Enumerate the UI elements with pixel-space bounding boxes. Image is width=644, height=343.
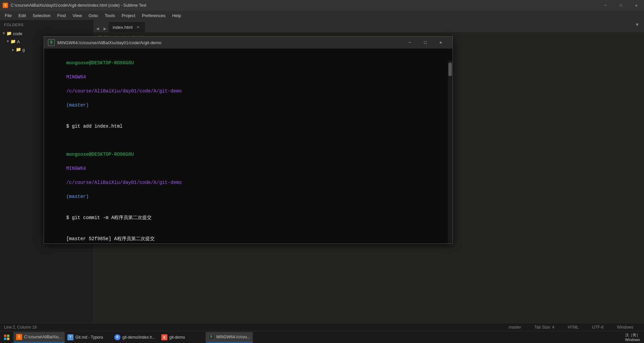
terminal-maximize-btn[interactable]: □: [418, 37, 433, 48]
taskbar-app-sublime[interactable]: S C:\course\AliBaiXiu...: [13, 332, 65, 343]
mingw-icon: $: [48, 39, 55, 46]
terminal-titlebar: $ MINGW64:/c/course/AliBaiXiu/day01/code…: [44, 37, 452, 49]
close-button[interactable]: ✕: [629, 0, 644, 11]
sidebar-header: FOLDERS: [0, 20, 94, 29]
status-line-endings: Windows: [617, 325, 633, 330]
fold-arrow-code: ▼: [3, 31, 5, 36]
sublime-icon: S: [3, 3, 8, 8]
window-controls: − □ ✕: [598, 0, 644, 11]
menu-view[interactable]: View: [69, 12, 85, 19]
terminal-blank-1: [49, 137, 447, 144]
menu-selection[interactable]: Selection: [29, 12, 54, 19]
taskbar-label-typora: Git.md - Typora: [75, 335, 103, 340]
taskbar-app-typora[interactable]: T Git.md - Typora: [65, 332, 112, 343]
menu-find[interactable]: Find: [54, 12, 69, 19]
win-logo-blue: [4, 338, 6, 340]
tab-label-index-html: index.html: [113, 25, 132, 30]
taskbar-label-git: git-demo: [169, 335, 185, 340]
windows-logo: [4, 335, 9, 340]
fold-arrow-a: ▼: [7, 40, 9, 44]
terminal-line-3: mongoose@DESKTOP-RO96G8U MINGW64 /c/cour…: [49, 144, 447, 207]
tab-index-html[interactable]: index.html ✕: [109, 22, 145, 32]
terminal-prompt-branch-2: (master): [66, 194, 89, 199]
taskbar: S C:\course\AliBaiXiu... T Git.md - Typo…: [0, 331, 644, 343]
terminal-prompt-path-2: /c/course/AliBaiXiu/day01/code/A/git-dem…: [66, 180, 181, 185]
minimize-button[interactable]: −: [598, 0, 613, 11]
terminal-scrollbar[interactable]: [448, 61, 452, 244]
menu-help[interactable]: Help: [169, 12, 184, 19]
folder-label-g: g: [22, 47, 25, 52]
taskbar-time: 汉［简］ Windows: [625, 333, 643, 342]
win-logo-yellow: [7, 338, 9, 340]
terminal-prompt-user-1: mongoose@DESKTOP-RO96G8U: [66, 60, 134, 66]
terminal-output-1: [master 52f985e] A程序员第二次提交: [66, 236, 154, 242]
taskbar-label-bash: MINGW64:/c/cou...: [216, 335, 250, 339]
terminal-line-4: $ git commit -m A程序员第二次提交: [49, 207, 447, 228]
folder-icon-code: 📁: [6, 31, 12, 36]
fold-arrow-g: ▶: [12, 48, 14, 52]
tab-close-index-html[interactable]: ✕: [135, 24, 141, 30]
taskbar-icon-chrome: G: [114, 334, 120, 340]
maximize-button[interactable]: □: [613, 0, 629, 11]
menu-file[interactable]: File: [1, 12, 15, 19]
taskbar-icon-typora: T: [67, 334, 73, 340]
start-button[interactable]: [1, 332, 12, 343]
statusbar: Line 2, Column 18 master Tab Size: 4 HTM…: [0, 323, 644, 331]
terminal-close-btn[interactable]: ✕: [433, 37, 448, 48]
tabbar: ◀ ▶ index.html ✕ ▼: [94, 20, 644, 32]
status-branch: master: [509, 325, 521, 330]
status-position: Line 2, Column 18: [4, 325, 37, 330]
taskbar-icon-sublime: S: [16, 334, 22, 340]
taskbar-icon-git: g: [161, 334, 167, 340]
terminal-title: MINGW64:/c/course/AliBaiXiu/day01/code/A…: [57, 40, 402, 45]
taskbar-icon-bash: $: [208, 334, 214, 340]
terminal-cmd-1: $ git add index.html: [66, 124, 122, 129]
folder-icon-g: 📁: [16, 47, 21, 52]
terminal-cmd-2: $ git commit -m A程序员第二次提交: [66, 215, 152, 220]
terminal-line-2: $ git add index.html: [49, 116, 447, 137]
sublime-titlebar: S C:\course\AliBaiXiu\day01\code\A\git-d…: [0, 0, 644, 11]
terminal-window-controls: − □ ✕: [402, 37, 448, 48]
terminal-line-5: [master 52f985e] A程序员第二次提交: [49, 228, 447, 244]
menu-tools[interactable]: Tools: [101, 12, 118, 19]
terminal-prompt-user-2: mongoose@DESKTOP-RO96G8U: [66, 152, 134, 157]
terminal-scrollbar-thumb[interactable]: [448, 63, 452, 76]
menu-goto[interactable]: Goto: [85, 12, 101, 19]
folder-icon-a: 📁: [10, 39, 16, 44]
tab-nav-forward[interactable]: ▶: [101, 25, 109, 32]
taskbar-app-git[interactable]: g git-demo: [159, 332, 206, 343]
taskbar-label-chrome: git-demo/index.h...: [122, 335, 156, 340]
terminal-minimize-btn[interactable]: −: [402, 37, 418, 48]
taskbar-app-chrome[interactable]: G git-demo/index.h...: [112, 332, 159, 343]
taskbar-label-sublime: C:\course\AliBaiXiu...: [24, 335, 62, 339]
terminal-prompt-mingw-1: MINGW64: [66, 74, 86, 80]
menu-preferences[interactable]: Preferences: [139, 12, 169, 19]
menubar: File Edit Selection Find View Goto Tools…: [0, 11, 644, 20]
terminal-prompt-path-1: /c/course/AliBaiXiu/day01/code/A/git-dem…: [66, 88, 181, 94]
win-logo-green: [7, 335, 9, 337]
status-tabsize: Tab Size: 4: [534, 325, 554, 330]
taskbar-time-display: 汉［简］: [625, 333, 640, 338]
menu-edit[interactable]: Edit: [15, 12, 29, 19]
taskbar-ime-indicator: Windows: [625, 338, 640, 342]
window-title: C:\course\AliBaiXiu\day01\code\A\git-dem…: [11, 3, 146, 8]
status-syntax: HTML: [568, 325, 579, 330]
menu-project[interactable]: Project: [118, 12, 139, 19]
status-encoding: UTF-8: [592, 325, 603, 330]
win-logo-red: [4, 335, 6, 337]
terminal-prompt-mingw-2: MINGW64: [66, 166, 86, 171]
tab-nav-back[interactable]: ◀: [94, 25, 101, 32]
taskbar-app-bash[interactable]: $ MINGW64:/c/cou...: [206, 332, 253, 343]
terminal-body[interactable]: mongoose@DESKTOP-RO96G8U MINGW64 /c/cour…: [44, 49, 452, 244]
terminal-window[interactable]: $ MINGW64:/c/course/AliBaiXiu/day01/code…: [44, 36, 453, 244]
tab-dropdown-arrow[interactable]: ▼: [636, 22, 639, 27]
terminal-prompt-branch-1: (master): [66, 102, 89, 108]
status-right: master Tab Size: 4 HTML UTF-8 Windows: [509, 325, 640, 330]
folder-label-code: code: [13, 31, 22, 36]
folder-label-a: A: [17, 39, 20, 44]
terminal-line-1: mongoose@DESKTOP-RO96G8U MINGW64 /c/cour…: [49, 53, 447, 116]
